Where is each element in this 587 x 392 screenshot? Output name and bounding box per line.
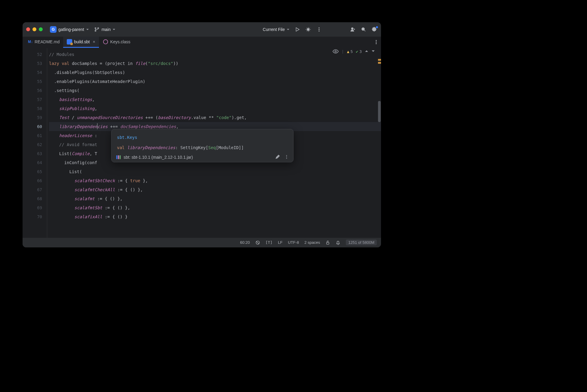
line-number: 60: [23, 122, 42, 131]
tab-label: Keys.class: [110, 39, 131, 44]
svg-point-20: [286, 158, 287, 159]
code-text: := { () }: [102, 214, 128, 219]
code-text: := { () },: [95, 196, 123, 201]
svg-point-10: [103, 39, 107, 44]
class-file-icon: [103, 39, 109, 45]
popup-source-row: sbt: sbt-1.10.1 (main_2.12-1.10.1.jar): [112, 153, 293, 161]
line-number: 53: [23, 59, 42, 68]
inlay-hints-icon[interactable]: [255, 240, 260, 245]
close-tab-icon[interactable]: ×: [93, 39, 95, 44]
code-text: = (project in: [97, 61, 135, 66]
popup-package[interactable]: sbt.Keys: [117, 135, 137, 140]
code-text: scalafmt: [74, 196, 94, 201]
checks-count[interactable]: ✔3: [356, 49, 362, 54]
code-text: ,: [95, 106, 97, 111]
cursor-position[interactable]: 60:20: [240, 240, 250, 245]
tab-build-sbt[interactable]: build.sbt ×: [63, 37, 99, 48]
scrollbar[interactable]: [377, 48, 381, 238]
code-text: // Modules: [49, 52, 74, 57]
code-text: docSamplesDependencies: [120, 124, 176, 129]
code-text: lazy val: [49, 61, 69, 66]
edit-icon[interactable]: [275, 155, 280, 160]
line-number: 69: [23, 203, 42, 212]
svg-point-6: [319, 30, 320, 31]
code-text: scalafmtCheckAll: [74, 187, 115, 192]
tab-keys-class[interactable]: Keys.class: [99, 37, 134, 48]
svg-point-7: [352, 28, 353, 29]
library-icon: [116, 155, 121, 160]
project-selector[interactable]: G gatling-parent: [50, 26, 89, 33]
warning-icon: ▲: [347, 49, 349, 54]
tab-label: README.md: [35, 39, 60, 44]
svg-rect-15: [116, 155, 118, 159]
code-text: ,: [176, 124, 178, 129]
run-config-label: Current File: [263, 27, 285, 32]
status-bar: 60:20 [T] LF UTF-8 2 spaces 1251 of 5800…: [23, 238, 381, 247]
chevron-down-icon: [287, 27, 290, 32]
reader-mode-icon[interactable]: [333, 49, 339, 54]
minimize-window-icon[interactable]: [32, 27, 36, 31]
readonly-icon[interactable]: [325, 240, 330, 245]
project-badge-icon: G: [50, 26, 57, 33]
tab-label: build.sbt: [74, 39, 90, 44]
svg-point-19: [286, 156, 287, 157]
zoom-window-icon[interactable]: [39, 27, 43, 31]
run-icon[interactable]: [294, 26, 300, 32]
prev-highlight-icon[interactable]: [365, 49, 368, 54]
settings-icon[interactable]: [371, 26, 377, 32]
chevron-down-icon: [86, 27, 89, 32]
code-text: , T: [90, 151, 97, 156]
svg-rect-22: [327, 242, 329, 244]
indent[interactable]: 2 spaces: [304, 240, 320, 245]
line-number: 70: [23, 212, 42, 221]
svg-rect-17: [120, 155, 121, 159]
line-number: 68: [23, 194, 42, 203]
editor[interactable]: 52 53 54 55 56 57 58 59 60 61 62 63 64 6…: [23, 48, 381, 238]
branch-selector[interactable]: main: [94, 26, 115, 32]
file-mode[interactable]: [T]: [266, 240, 272, 245]
inspections-widget[interactable]: | ▲5 ✔3: [333, 49, 375, 54]
memory-indicator[interactable]: 1251 of 5800M: [346, 240, 377, 245]
code-text: ++=: [108, 124, 120, 129]
code-text: skipPublishing: [59, 106, 95, 111]
line-number: 58: [23, 104, 42, 113]
check-icon: ✔: [356, 49, 358, 54]
line-number: 54: [23, 68, 42, 77]
ide-window: G gatling-parent main Current File M↓ RE…: [23, 22, 381, 247]
code-text: := {: [115, 178, 130, 183]
traffic-lights: [26, 27, 43, 31]
popup-signature: val libraryDependencies: SettingKey[Seq[…: [112, 142, 293, 153]
code-text: ).get,: [232, 115, 247, 120]
line-separator[interactable]: LF: [278, 240, 282, 245]
code-text: "src/docs": [148, 61, 173, 66]
add-user-icon[interactable]: [350, 26, 356, 32]
more-icon[interactable]: [316, 26, 322, 32]
encoding[interactable]: UTF-8: [288, 240, 299, 245]
next-highlight-icon[interactable]: [371, 49, 375, 54]
line-number: 64: [23, 158, 42, 167]
gutter: 52 53 54 55 56 57 58 59 60 61 62 63 64 6…: [23, 48, 47, 238]
svg-point-5: [319, 29, 320, 30]
tab-readme[interactable]: M↓ README.md: [24, 37, 63, 48]
code-text: ,: [92, 97, 94, 102]
close-window-icon[interactable]: [26, 27, 30, 31]
line-number: 67: [23, 185, 42, 194]
titlebar: G gatling-parent main Current File: [23, 22, 381, 37]
code-text: :: [92, 133, 97, 138]
code-text: scalafixAll: [74, 214, 102, 219]
code-text: scalafmtSbt: [74, 205, 102, 210]
quick-doc-popup: sbt.Keys val libraryDependencies: Settin…: [111, 129, 294, 162]
search-icon[interactable]: [361, 26, 367, 32]
scrollbar-thumb[interactable]: [378, 101, 381, 122]
svg-point-8: [362, 28, 364, 30]
warnings-value: 5: [351, 49, 353, 54]
line-number: 57: [23, 95, 42, 104]
code-text: true: [130, 178, 140, 183]
notifications-icon[interactable]: [336, 240, 340, 245]
svg-rect-16: [118, 155, 119, 159]
debug-icon[interactable]: [305, 26, 311, 32]
warnings-count[interactable]: ▲5: [347, 49, 353, 54]
popup-more-icon[interactable]: [284, 155, 289, 160]
tabs-more-icon[interactable]: [373, 39, 379, 45]
run-config-selector[interactable]: Current File: [263, 27, 290, 32]
